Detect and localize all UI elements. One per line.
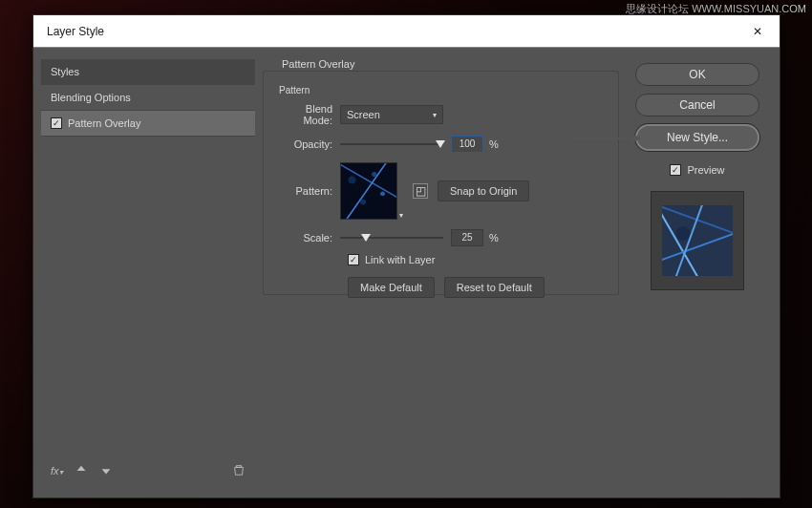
preview-image xyxy=(662,205,733,276)
styles-panel: Styles Blending Options ✓ Pattern Overla… xyxy=(41,59,255,486)
title-bar: Layer Style ✕ xyxy=(33,15,780,48)
preview-box xyxy=(651,191,744,290)
blend-mode-select[interactable]: Screen ▾ xyxy=(340,105,443,124)
pattern-overlay-label: Pattern Overlay xyxy=(68,117,140,129)
opacity-slider[interactable] xyxy=(340,138,443,151)
scale-label: Scale: xyxy=(275,232,340,243)
blend-mode-label: Blend Mode: xyxy=(275,103,340,126)
layer-style-dialog: Layer Style ✕ Styles Blending Options ✓ … xyxy=(32,14,780,498)
scale-slider[interactable] xyxy=(340,231,443,244)
pattern-overlay-row[interactable]: ✓ Pattern Overlay xyxy=(41,111,255,137)
pattern-label: Pattern: xyxy=(275,185,340,197)
annotation-arrow-icon xyxy=(573,138,640,139)
opacity-percent: % xyxy=(489,138,499,150)
styles-footer: fx▾ xyxy=(41,455,255,486)
link-with-layer-checkbox[interactable]: ✓ xyxy=(348,254,359,265)
preview-label: Preview xyxy=(687,164,724,176)
opacity-input[interactable]: 100 xyxy=(451,136,483,153)
link-with-layer-row[interactable]: ✓ Link with Layer xyxy=(348,254,607,265)
ok-button[interactable]: OK xyxy=(635,63,759,86)
close-icon[interactable]: ✕ xyxy=(745,21,770,42)
styles-header[interactable]: Styles xyxy=(41,59,255,85)
blend-mode-row: Blend Mode: Screen ▾ xyxy=(275,103,607,126)
group-frame: Pattern Blend Mode: Screen ▾ Opacity: 10… xyxy=(263,71,619,295)
cancel-button[interactable]: Cancel xyxy=(635,94,759,116)
opacity-row: Opacity: 100 % xyxy=(275,136,607,153)
group-title: Pattern Overlay xyxy=(276,58,360,70)
fx-icon[interactable]: fx▾ xyxy=(51,465,63,476)
scale-percent: % xyxy=(489,232,499,243)
opacity-label: Opacity: xyxy=(275,138,340,150)
new-pattern-icon[interactable]: ◰ xyxy=(413,183,428,199)
link-with-layer-label: Link with Layer xyxy=(365,254,435,265)
pattern-overlay-panel: Pattern Overlay Pattern Blend Mode: Scre… xyxy=(263,59,619,486)
scale-input[interactable]: 25 xyxy=(451,229,483,246)
pattern-swatch[interactable] xyxy=(340,162,397,220)
chevron-down-icon: ▾ xyxy=(433,111,437,119)
preview-row[interactable]: ✓ Preview xyxy=(670,164,724,176)
trash-icon[interactable] xyxy=(232,463,246,478)
scale-row: Scale: 25 % xyxy=(275,229,607,246)
snap-to-origin-button[interactable]: Snap to Origin xyxy=(438,180,529,201)
defaults-row: Make Default Reset to Default xyxy=(348,277,607,298)
pattern-overlay-checkbox[interactable]: ✓ xyxy=(51,117,62,129)
arrow-down-icon[interactable] xyxy=(99,463,113,478)
dialog-title: Layer Style xyxy=(47,25,104,38)
reset-default-button[interactable]: Reset to Default xyxy=(444,277,545,298)
pattern-swatch-caret-icon[interactable]: ▾ xyxy=(399,211,403,220)
arrow-up-icon[interactable] xyxy=(75,463,88,478)
make-default-button[interactable]: Make Default xyxy=(348,277,435,298)
sub-title: Pattern xyxy=(279,85,607,95)
preview-checkbox[interactable]: ✓ xyxy=(670,164,681,176)
new-style-button[interactable]: New Style... xyxy=(635,124,759,151)
blending-options-row[interactable]: Blending Options xyxy=(41,85,255,111)
dialog-content: Styles Blending Options ✓ Pattern Overla… xyxy=(33,48,780,497)
blend-mode-value: Screen xyxy=(347,109,380,120)
right-column: OK Cancel New Style... ✓ Preview xyxy=(627,59,768,486)
pattern-row: Pattern: ▾ ◰ Snap to Origin xyxy=(275,162,607,220)
